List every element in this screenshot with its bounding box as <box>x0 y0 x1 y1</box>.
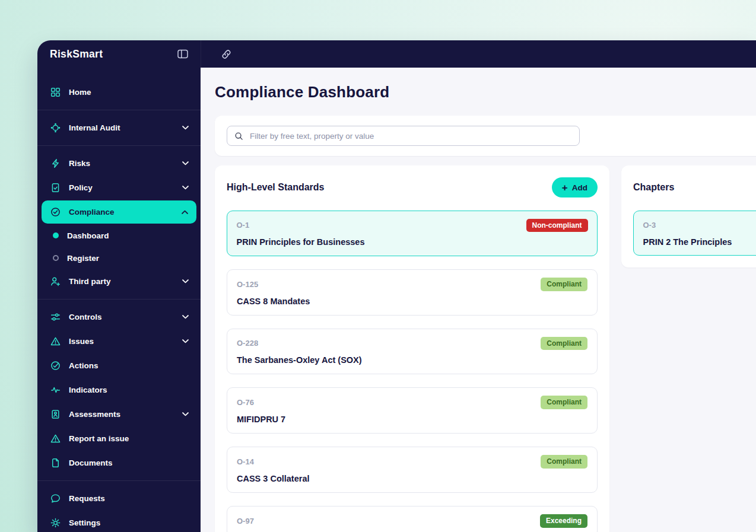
sidebar-toggle-icon[interactable] <box>177 49 188 59</box>
sidebar-item-compliance[interactable]: Compliance <box>42 200 196 224</box>
record-card-O-3[interactable]: O-3PRIN 2 The Principles <box>633 211 756 256</box>
card-id: O-228 <box>237 339 258 348</box>
sidebar-item-label: Indicators <box>69 386 189 394</box>
active-dot-icon <box>53 232 59 238</box>
sidebar-item-internal-audit[interactable]: Internal Audit <box>37 116 201 140</box>
column-title: Chapters <box>633 182 674 193</box>
sidebar-item-settings[interactable]: Settings <box>37 511 201 532</box>
card-id: O-14 <box>237 457 254 466</box>
sidebar-item-controls[interactable]: Controls <box>37 305 201 329</box>
sidebar-item-label: Compliance <box>69 208 173 216</box>
topbar-main <box>201 40 756 68</box>
filter-input[interactable] <box>249 131 572 141</box>
column-chapters: ChaptersO-3PRIN 2 The Principles <box>621 165 756 267</box>
card-id: O-125 <box>237 280 258 289</box>
main-content: Compliance Dashboard High-Level Standard… <box>201 68 756 532</box>
add-button[interactable]: +Add <box>552 177 598 197</box>
sidebar-item-label: Internal Audit <box>69 123 174 132</box>
sidebar-section: Internal Audit <box>37 110 201 145</box>
card-id: O-97 <box>237 517 254 525</box>
chevron-down-icon <box>182 279 189 283</box>
chevron-down-icon <box>182 186 189 190</box>
sidebar-item-report-an-issue[interactable]: Report an issue <box>37 426 201 451</box>
sidebar: HomeInternal AuditRisksPolicyComplianceD… <box>37 68 201 532</box>
record-card-O-1[interactable]: O-1Non-compliantPRIN Principles for Busi… <box>227 211 598 256</box>
status-badge: Compliant <box>541 337 587 351</box>
sidebar-item-label: Requests <box>69 494 189 503</box>
desktop-background: RiskSmart HomeInternal AuditRisksPolicyC… <box>0 0 756 532</box>
status-badge: Compliant <box>541 455 587 469</box>
sidebar-item-risks[interactable]: Risks <box>37 151 201 176</box>
indicators-icon <box>50 385 61 395</box>
sidebar-item-requests[interactable]: Requests <box>37 486 201 511</box>
internal-audit-icon <box>50 123 61 133</box>
topbar: RiskSmart <box>37 40 756 68</box>
card-top-row: O-3 <box>643 219 756 232</box>
sidebar-section: RisksPolicyComplianceDashboardRegisterTh… <box>37 145 201 299</box>
sidebar-subitem-dashboard[interactable]: Dashboard <box>37 224 201 247</box>
sidebar-item-label: Assessments <box>69 410 174 419</box>
status-badge: Compliant <box>541 396 587 409</box>
sidebar-item-policy[interactable]: Policy <box>37 176 201 200</box>
topbar-left: RiskSmart <box>37 40 201 68</box>
card-top-row: O-1Non-compliant <box>237 219 588 232</box>
plus-icon: + <box>562 183 568 193</box>
status-badge: Exceeding <box>540 514 587 528</box>
record-card-O-228[interactable]: O-228CompliantThe Sarbanes-Oxley Act (SO… <box>227 329 598 375</box>
card-top-row: O-228Compliant <box>237 337 587 351</box>
issues-icon <box>50 336 61 346</box>
card-id: O-76 <box>237 398 254 407</box>
sidebar-section: ControlsIssuesActionsIndicatorsAssessmen… <box>37 299 201 480</box>
record-card-O-14[interactable]: O-14CompliantCASS 3 Collateral <box>227 447 598 493</box>
sidebar-item-indicators[interactable]: Indicators <box>37 378 201 402</box>
sidebar-section: Home <box>37 75 201 110</box>
sidebar-item-documents[interactable]: Documents <box>37 451 201 475</box>
column-title: High-Level Standards <box>227 182 324 193</box>
board: High-Level Standards+AddO-1Non-compliant… <box>215 165 756 532</box>
chevron-down-icon <box>182 161 189 165</box>
app-window: RiskSmart HomeInternal AuditRisksPolicyC… <box>37 40 756 532</box>
report-issue-icon <box>50 434 61 444</box>
filter-card <box>215 116 756 156</box>
sidebar-item-label: Third party <box>69 277 174 286</box>
sidebar-subitem-register[interactable]: Register <box>37 247 201 269</box>
card-top-row: O-14Compliant <box>237 455 587 469</box>
filter-input-wrapper <box>227 126 580 146</box>
sidebar-section: RequestsSettings <box>37 480 201 532</box>
sidebar-subitem-label: Register <box>67 254 189 263</box>
card-top-row: O-97Exceeding <box>237 514 587 528</box>
sidebar-item-label: Actions <box>69 361 189 370</box>
sidebar-item-label: Documents <box>69 458 189 467</box>
inactive-dot-icon <box>53 255 59 261</box>
column-high-level-standards: High-Level Standards+AddO-1Non-compliant… <box>215 165 609 532</box>
sidebar-item-label: Settings <box>69 518 189 527</box>
home-grid-icon <box>50 87 61 97</box>
status-badge: Compliant <box>541 278 587 291</box>
controls-icon <box>50 312 61 322</box>
sidebar-item-label: Issues <box>69 337 174 346</box>
column-header: High-Level Standards+Add <box>227 177 598 197</box>
card-name: CASS 3 Collateral <box>237 474 587 483</box>
chevron-down-icon <box>182 126 189 130</box>
card-id: O-1 <box>237 221 250 230</box>
actions-icon <box>50 361 61 371</box>
compliance-icon <box>50 207 61 217</box>
documents-icon <box>50 458 61 468</box>
sidebar-item-assessments[interactable]: Assessments <box>37 402 201 426</box>
search-icon <box>234 132 243 141</box>
sidebar-item-issues[interactable]: Issues <box>37 329 201 353</box>
sidebar-item-third-party[interactable]: Third party <box>37 269 201 294</box>
chevron-down-icon <box>182 315 189 319</box>
sidebar-item-label: Policy <box>69 183 174 192</box>
settings-icon <box>50 518 61 528</box>
sidebar-subitem-label: Dashboard <box>67 231 189 240</box>
record-card-O-97[interactable]: O-97Exceeding <box>227 506 598 532</box>
sidebar-item-home[interactable]: Home <box>37 80 201 104</box>
sidebar-item-label: Report an issue <box>69 434 189 443</box>
link-icon[interactable] <box>221 49 231 59</box>
requests-icon <box>50 493 61 504</box>
record-card-O-125[interactable]: O-125CompliantCASS 8 Mandates <box>227 269 598 316</box>
record-card-O-76[interactable]: O-76CompliantMIFIDPRU 7 <box>227 387 598 434</box>
assessments-icon <box>50 409 61 419</box>
sidebar-item-actions[interactable]: Actions <box>37 353 201 378</box>
